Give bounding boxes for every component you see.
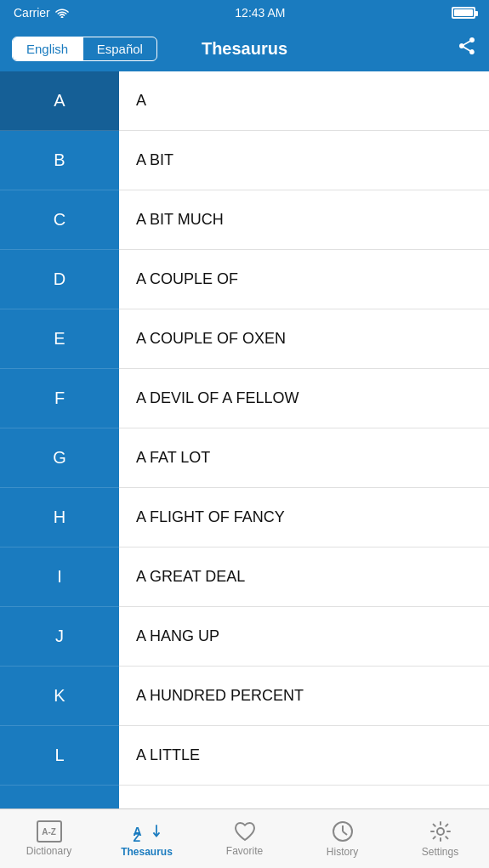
svg-line-4 <box>343 831 347 835</box>
tab-thesaurus-label: Thesaurus <box>121 846 173 858</box>
list-item[interactable]: A COUPLE OF <box>119 250 489 309</box>
alpha-I[interactable]: I <box>0 547 119 607</box>
list-item[interactable]: A LOAD OF RIFFLE <box>119 786 489 808</box>
espanol-lang-button[interactable]: Español <box>83 37 156 60</box>
az-arrow-icon <box>152 822 161 841</box>
heart-icon <box>233 820 257 842</box>
list-item[interactable]: A FAT LOT <box>119 428 489 488</box>
tab-favorite-label: Favorite <box>226 845 263 857</box>
alpha-G[interactable]: G <box>0 428 119 488</box>
tab-favorite[interactable]: Favorite <box>198 820 292 857</box>
list-item[interactable]: A BIT MUCH <box>119 190 489 250</box>
status-bar: Carrier 12:43 AM <box>0 0 489 26</box>
word-list: A A BIT A BIT MUCH A COUPLE OF A COUPLE … <box>119 71 489 808</box>
tab-history-label: History <box>327 846 358 858</box>
main-content: A B C D E F G H I J K L M A A BIT A BIT … <box>0 71 489 808</box>
svg-point-5 <box>437 828 444 835</box>
thesaurus-icon: A Z <box>134 820 161 843</box>
alpha-J[interactable]: J <box>0 607 119 667</box>
time-display: 12:43 AM <box>235 6 285 20</box>
list-item[interactable]: A HANG UP <box>119 607 489 667</box>
tab-settings-label: Settings <box>422 846 458 858</box>
list-item[interactable]: A COUPLE OF OXEN <box>119 309 489 369</box>
alpha-E[interactable]: E <box>0 309 119 369</box>
header-title: Thesaurus <box>202 39 287 59</box>
alphabet-sidebar: A B C D E F G H I J K L M <box>0 71 119 808</box>
alpha-L[interactable]: L <box>0 726 119 786</box>
carrier-text: Carrier <box>14 6 69 20</box>
alpha-B[interactable]: B <box>0 131 119 190</box>
svg-point-0 <box>60 16 63 18</box>
list-item[interactable]: A <box>119 71 489 131</box>
alpha-K[interactable]: K <box>0 667 119 726</box>
battery-icon <box>452 7 475 19</box>
tab-dictionary-label: Dictionary <box>26 845 71 857</box>
alpha-D[interactable]: D <box>0 250 119 309</box>
share-button[interactable] <box>457 36 477 61</box>
alpha-M[interactable]: M <box>0 786 119 808</box>
list-item[interactable]: A DEVIL OF A FELLOW <box>119 369 489 428</box>
list-item[interactable]: A GREAT DEAL <box>119 547 489 607</box>
alpha-H[interactable]: H <box>0 488 119 547</box>
tab-bar: A-Z Dictionary A Z Thesaurus Favorite Hi… <box>0 808 489 868</box>
app-header: English Español Thesaurus <box>0 26 489 71</box>
alpha-A[interactable]: A <box>0 71 119 131</box>
clock-icon <box>331 820 355 843</box>
dictionary-icon: A-Z <box>37 820 62 842</box>
wifi-icon <box>55 8 69 18</box>
alpha-F[interactable]: F <box>0 369 119 428</box>
list-item[interactable]: A BIT <box>119 131 489 190</box>
tab-thesaurus[interactable]: A Z Thesaurus <box>100 820 194 858</box>
english-lang-button[interactable]: English <box>13 37 82 60</box>
share-icon <box>457 36 477 56</box>
gear-icon <box>429 820 452 843</box>
alpha-C[interactable]: C <box>0 190 119 250</box>
list-item[interactable]: A HUNDRED PERCENT <box>119 667 489 726</box>
tab-dictionary[interactable]: A-Z Dictionary <box>3 820 96 857</box>
tab-settings[interactable]: Settings <box>394 820 487 858</box>
list-item[interactable]: A FLIGHT OF FANCY <box>119 488 489 547</box>
list-item[interactable]: A LITTLE <box>119 726 489 786</box>
tab-history[interactable]: History <box>296 820 389 858</box>
language-toggle[interactable]: English Español <box>12 37 157 61</box>
